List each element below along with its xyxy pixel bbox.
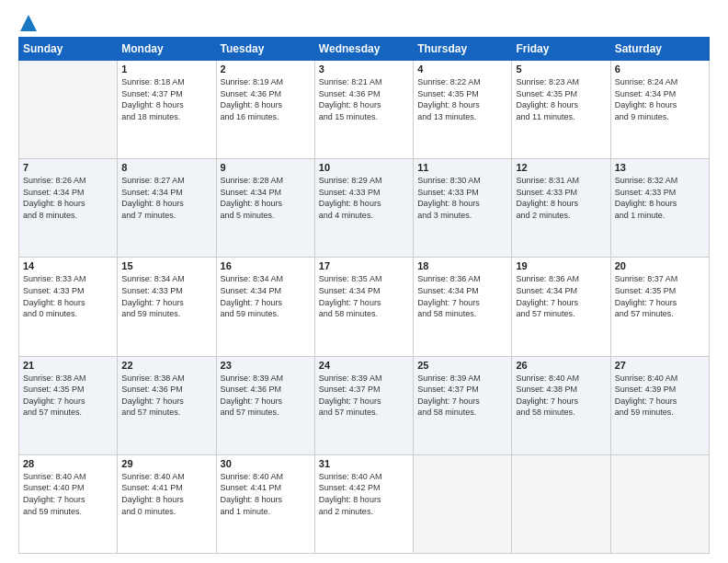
- day-info: Sunrise: 8:34 AMSunset: 4:34 PMDaylight:…: [221, 273, 311, 319]
- day-number: 2: [221, 63, 311, 75]
- day-info: Sunrise: 8:29 AMSunset: 4:33 PMDaylight:…: [319, 175, 409, 221]
- day-number: 13: [615, 162, 705, 173]
- day-number: 29: [121, 458, 211, 469]
- calendar-cell: 27Sunrise: 8:40 AMSunset: 4:39 PMDayligh…: [610, 356, 709, 454]
- day-info: Sunrise: 8:35 AMSunset: 4:34 PMDaylight:…: [319, 273, 409, 319]
- day-info: Sunrise: 8:40 AMSunset: 4:42 PMDaylight:…: [319, 471, 409, 517]
- calendar-cell: [19, 61, 118, 159]
- day-info: Sunrise: 8:36 AMSunset: 4:34 PMDaylight:…: [516, 273, 606, 319]
- day-info: Sunrise: 8:38 AMSunset: 4:35 PMDaylight:…: [23, 373, 113, 419]
- day-info: Sunrise: 8:31 AMSunset: 4:33 PMDaylight:…: [516, 175, 606, 221]
- calendar-cell: [512, 454, 610, 553]
- day-info: Sunrise: 8:27 AMSunset: 4:34 PMDaylight:…: [121, 175, 211, 221]
- day-number: 10: [319, 162, 409, 173]
- calendar-cell: [414, 454, 512, 553]
- calendar-cell: 25Sunrise: 8:39 AMSunset: 4:37 PMDayligh…: [414, 356, 512, 454]
- day-number: 28: [23, 458, 113, 469]
- page: SundayMondayTuesdayWednesdayThursdayFrid…: [0, 0, 728, 563]
- day-info: Sunrise: 8:30 AMSunset: 4:33 PMDaylight:…: [417, 175, 507, 221]
- day-info: Sunrise: 8:19 AMSunset: 4:36 PMDaylight:…: [221, 76, 311, 122]
- day-number: 5: [516, 63, 606, 75]
- calendar-cell: 28Sunrise: 8:40 AMSunset: 4:40 PMDayligh…: [19, 454, 118, 553]
- calendar-cell: 31Sunrise: 8:40 AMSunset: 4:42 PMDayligh…: [314, 454, 413, 553]
- day-info: Sunrise: 8:22 AMSunset: 4:35 PMDaylight:…: [417, 76, 507, 122]
- day-number: 17: [319, 260, 409, 271]
- calendar-cell: [610, 454, 709, 553]
- day-number: 18: [417, 260, 507, 271]
- day-info: Sunrise: 8:34 AMSunset: 4:33 PMDaylight:…: [121, 273, 211, 319]
- day-number: 3: [319, 63, 409, 75]
- calendar-week-3: 14Sunrise: 8:33 AMSunset: 4:33 PMDayligh…: [19, 258, 710, 356]
- calendar-cell: 8Sunrise: 8:27 AMSunset: 4:34 PMDaylight…: [118, 159, 216, 258]
- calendar-cell: 18Sunrise: 8:36 AMSunset: 4:34 PMDayligh…: [414, 258, 512, 356]
- logo-triangle-icon: [20, 15, 37, 31]
- calendar-cell: 29Sunrise: 8:40 AMSunset: 4:41 PMDayligh…: [118, 454, 216, 553]
- day-header-tuesday: Tuesday: [216, 38, 314, 61]
- day-info: Sunrise: 8:40 AMSunset: 4:40 PMDaylight:…: [23, 471, 113, 517]
- day-number: 8: [121, 162, 211, 173]
- day-header-monday: Monday: [118, 38, 216, 61]
- calendar-cell: 15Sunrise: 8:34 AMSunset: 4:33 PMDayligh…: [118, 258, 216, 356]
- day-info: Sunrise: 8:24 AMSunset: 4:34 PMDaylight:…: [615, 76, 705, 122]
- day-number: 1: [121, 63, 211, 75]
- day-number: 12: [516, 162, 606, 173]
- calendar-cell: 9Sunrise: 8:28 AMSunset: 4:34 PMDaylight…: [216, 159, 314, 258]
- day-info: Sunrise: 8:39 AMSunset: 4:37 PMDaylight:…: [417, 373, 507, 419]
- day-info: Sunrise: 8:40 AMSunset: 4:39 PMDaylight:…: [615, 373, 705, 419]
- day-info: Sunrise: 8:38 AMSunset: 4:36 PMDaylight:…: [121, 373, 211, 419]
- day-info: Sunrise: 8:39 AMSunset: 4:36 PMDaylight:…: [221, 373, 311, 419]
- calendar-week-4: 21Sunrise: 8:38 AMSunset: 4:35 PMDayligh…: [19, 356, 710, 454]
- calendar-cell: 4Sunrise: 8:22 AMSunset: 4:35 PMDaylight…: [414, 61, 512, 159]
- calendar-cell: 12Sunrise: 8:31 AMSunset: 4:33 PMDayligh…: [512, 159, 610, 258]
- day-number: 4: [417, 63, 507, 75]
- calendar-cell: 10Sunrise: 8:29 AMSunset: 4:33 PMDayligh…: [314, 159, 413, 258]
- header: [18, 15, 710, 28]
- day-info: Sunrise: 8:39 AMSunset: 4:37 PMDaylight:…: [319, 373, 409, 419]
- calendar-cell: 22Sunrise: 8:38 AMSunset: 4:36 PMDayligh…: [118, 356, 216, 454]
- calendar-cell: 13Sunrise: 8:32 AMSunset: 4:33 PMDayligh…: [610, 159, 709, 258]
- logo: [18, 15, 37, 28]
- calendar-table: SundayMondayTuesdayWednesdayThursdayFrid…: [18, 37, 710, 554]
- day-number: 31: [319, 458, 409, 469]
- calendar-header-row: SundayMondayTuesdayWednesdayThursdayFrid…: [19, 38, 710, 61]
- svg-marker-0: [20, 15, 37, 31]
- calendar-cell: 26Sunrise: 8:40 AMSunset: 4:38 PMDayligh…: [512, 356, 610, 454]
- calendar-cell: 7Sunrise: 8:26 AMSunset: 4:34 PMDaylight…: [19, 159, 118, 258]
- day-header-wednesday: Wednesday: [314, 38, 413, 61]
- calendar-cell: 17Sunrise: 8:35 AMSunset: 4:34 PMDayligh…: [314, 258, 413, 356]
- day-info: Sunrise: 8:40 AMSunset: 4:38 PMDaylight:…: [516, 373, 606, 419]
- day-number: 22: [121, 360, 211, 371]
- calendar-week-2: 7Sunrise: 8:26 AMSunset: 4:34 PMDaylight…: [19, 159, 710, 258]
- day-info: Sunrise: 8:23 AMSunset: 4:35 PMDaylight:…: [516, 76, 606, 122]
- day-number: 20: [615, 260, 705, 271]
- calendar-cell: 20Sunrise: 8:37 AMSunset: 4:35 PMDayligh…: [610, 258, 709, 356]
- day-info: Sunrise: 8:21 AMSunset: 4:36 PMDaylight:…: [319, 76, 409, 122]
- day-header-friday: Friday: [512, 38, 610, 61]
- day-info: Sunrise: 8:40 AMSunset: 4:41 PMDaylight:…: [121, 471, 211, 517]
- calendar-cell: 14Sunrise: 8:33 AMSunset: 4:33 PMDayligh…: [19, 258, 118, 356]
- day-number: 6: [615, 63, 705, 75]
- calendar-cell: 2Sunrise: 8:19 AMSunset: 4:36 PMDaylight…: [216, 61, 314, 159]
- day-number: 7: [23, 162, 113, 173]
- day-info: Sunrise: 8:36 AMSunset: 4:34 PMDaylight:…: [417, 273, 507, 319]
- calendar-cell: 30Sunrise: 8:40 AMSunset: 4:41 PMDayligh…: [216, 454, 314, 553]
- day-number: 30: [221, 458, 311, 469]
- calendar-cell: 5Sunrise: 8:23 AMSunset: 4:35 PMDaylight…: [512, 61, 610, 159]
- day-number: 27: [615, 360, 705, 371]
- day-header-saturday: Saturday: [610, 38, 709, 61]
- calendar-cell: 16Sunrise: 8:34 AMSunset: 4:34 PMDayligh…: [216, 258, 314, 356]
- day-number: 21: [23, 360, 113, 371]
- calendar-cell: 19Sunrise: 8:36 AMSunset: 4:34 PMDayligh…: [512, 258, 610, 356]
- day-number: 19: [516, 260, 606, 271]
- day-number: 14: [23, 260, 113, 271]
- day-number: 24: [319, 360, 409, 371]
- day-info: Sunrise: 8:18 AMSunset: 4:37 PMDaylight:…: [121, 76, 211, 122]
- calendar-cell: 3Sunrise: 8:21 AMSunset: 4:36 PMDaylight…: [314, 61, 413, 159]
- calendar-cell: 21Sunrise: 8:38 AMSunset: 4:35 PMDayligh…: [19, 356, 118, 454]
- day-info: Sunrise: 8:26 AMSunset: 4:34 PMDaylight:…: [23, 175, 113, 221]
- day-header-thursday: Thursday: [414, 38, 512, 61]
- day-info: Sunrise: 8:33 AMSunset: 4:33 PMDaylight:…: [23, 273, 113, 319]
- day-info: Sunrise: 8:32 AMSunset: 4:33 PMDaylight:…: [615, 175, 705, 221]
- day-info: Sunrise: 8:40 AMSunset: 4:41 PMDaylight:…: [221, 471, 311, 517]
- day-info: Sunrise: 8:28 AMSunset: 4:34 PMDaylight:…: [221, 175, 311, 221]
